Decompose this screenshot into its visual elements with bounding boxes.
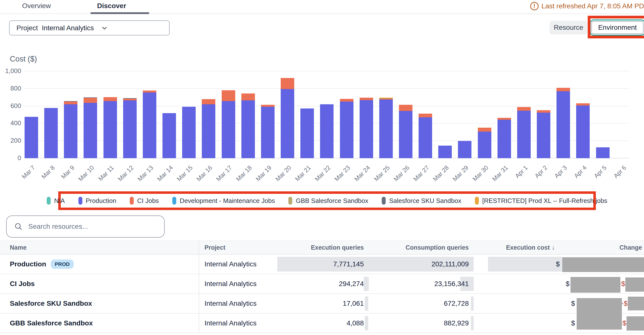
bar-mar-31[interactable] xyxy=(498,118,511,158)
x-tick-label: Mar 24 xyxy=(353,164,372,183)
bar-mar-15[interactable] xyxy=(182,107,196,158)
bar-mar-13[interactable] xyxy=(143,91,156,158)
legend-swatch xyxy=(172,197,176,205)
table-row-gbb-salesforce-sandbox[interactable]: GBB Salesforce SandboxInternal Analytics… xyxy=(0,313,644,333)
column-header-execution-queries[interactable]: Execution queries xyxy=(278,244,369,251)
legend-item-ci-jobs[interactable]: CI Jobs xyxy=(130,197,159,205)
bar-apr-1[interactable] xyxy=(517,107,531,158)
project-cell: Internal Analytics xyxy=(198,274,278,293)
bar-apr-2[interactable] xyxy=(537,110,550,158)
bar-mar-8[interactable] xyxy=(44,108,58,158)
bar-segment-production xyxy=(84,103,97,158)
bar-segment-production xyxy=(320,104,334,158)
legend-item--restricted-prod-xl-full-refresh-jobs[interactable]: [RESTRICTED] Prod XL -- Full-Refresh job… xyxy=(475,197,608,205)
bar-mar-27[interactable] xyxy=(418,114,432,158)
tab-overview[interactable]: Overview xyxy=(22,2,51,10)
table-row-ci-jobs[interactable]: CI JobsInternal Analytics294,27423,156,3… xyxy=(0,274,644,294)
table-row-production[interactable]: ProductionPRODInternal Analytics7,771,14… xyxy=(0,255,644,274)
bar-mar-22[interactable] xyxy=(320,104,334,158)
bar-mar-24[interactable] xyxy=(360,98,373,158)
legend-swatch xyxy=(475,197,479,205)
bar-mar-14[interactable] xyxy=(162,113,176,158)
bar-segment-production xyxy=(379,100,393,158)
execution-cost-cell-redacted: $ xyxy=(474,294,596,313)
bar-mar-26[interactable] xyxy=(399,105,412,158)
legend-item-production[interactable]: Production xyxy=(78,197,116,205)
consumption-queries-cell: 882,929 xyxy=(369,319,474,327)
y-tick-label: 800 xyxy=(10,85,21,92)
change-cell-redacted: +$ xyxy=(596,274,644,293)
bar-mar-19[interactable] xyxy=(261,105,274,158)
resource-name[interactable]: CI Jobs xyxy=(10,280,35,288)
bar-segment-production xyxy=(556,91,570,158)
bar-mar-30[interactable] xyxy=(478,128,491,158)
prod-badge: PROD xyxy=(51,259,74,269)
x-tick-label: Apr 3 xyxy=(553,164,568,180)
table-row-salesforce-sku-sandbox[interactable]: Salesforce SKU SandboxInternal Analytics… xyxy=(0,294,644,313)
bar-segment-production xyxy=(399,111,412,158)
y-tick-label: 600 xyxy=(10,102,21,110)
y-tick-label: 1,000 xyxy=(5,67,21,75)
search-box[interactable] xyxy=(6,215,165,238)
x-tick-label: Mar 30 xyxy=(471,164,490,183)
tab-discover[interactable]: Discover xyxy=(97,2,126,10)
bar-mar-17[interactable] xyxy=(222,90,235,158)
x-tick-label: Mar 20 xyxy=(274,164,293,183)
search-input[interactable] xyxy=(28,223,157,230)
bar-segment-production xyxy=(360,100,373,158)
resource-toggle-button[interactable]: Resource xyxy=(550,21,588,35)
bar-segment-production xyxy=(162,113,176,158)
legend-item-n-a[interactable]: N/A xyxy=(47,197,65,205)
bar-apr-5[interactable] xyxy=(596,147,610,158)
legend-label: N/A xyxy=(54,197,65,205)
bar-segment-ci-jobs xyxy=(517,107,531,111)
project-select[interactable]: Project Internal Analytics xyxy=(9,21,170,36)
bar-mar-18[interactable] xyxy=(242,94,255,158)
last-refreshed-status: ! Last refreshed Apr 7, 8:05 AM PD xyxy=(530,2,644,10)
bar-mar-16[interactable] xyxy=(202,99,215,158)
resource-name[interactable]: Salesforce SKU Sandbox xyxy=(10,299,92,307)
resource-name[interactable]: Production xyxy=(10,260,46,268)
resource-name[interactable]: GBB Salesforce Sandbox xyxy=(10,319,93,327)
bar-mar-12[interactable] xyxy=(123,98,137,158)
column-header-name[interactable]: Name xyxy=(0,241,198,254)
column-header-change[interactable]: Change xyxy=(596,244,644,251)
bar-mar-9[interactable] xyxy=(64,101,78,158)
legend-item-gbb-salesforce-sandbox[interactable]: GBB Salesforce Sandbox xyxy=(288,197,368,205)
column-header-project[interactable]: Project xyxy=(198,241,278,254)
x-tick-label: Mar 13 xyxy=(136,164,154,183)
column-header-execution-cost[interactable]: Execution cost↓ xyxy=(474,244,596,251)
bar-mar-29[interactable] xyxy=(458,141,472,158)
bar-mar-11[interactable] xyxy=(104,97,117,158)
bar-apr-4[interactable] xyxy=(576,103,590,158)
legend-swatch xyxy=(382,197,386,205)
bar-segment-ci-jobs xyxy=(498,118,511,120)
legend-item-development-maintenance-jobs[interactable]: Development - Maintenance Jobs xyxy=(172,197,275,205)
last-refreshed-text: Last refreshed Apr 7, 8:05 AM PD xyxy=(542,2,644,10)
bar-segment-production xyxy=(123,100,137,158)
bar-segment-ci-jobs xyxy=(104,97,117,101)
legend-item-salesforce-sku-sandbox[interactable]: Salesforce SKU Sandbox xyxy=(382,197,461,205)
bar-mar-20[interactable] xyxy=(281,78,294,158)
project-cell: Internal Analytics xyxy=(198,313,278,333)
execution-queries-cell: 294,274 xyxy=(278,280,369,288)
bar-segment-production xyxy=(418,117,432,158)
bar-segment-production xyxy=(498,120,511,158)
legend-label: Production xyxy=(86,197,116,205)
bar-mar-25[interactable] xyxy=(379,98,393,158)
bar-mar-28[interactable] xyxy=(438,146,452,158)
chart-bars xyxy=(24,71,629,158)
bar-segment-production xyxy=(596,147,610,158)
bar-apr-3[interactable] xyxy=(556,88,570,158)
x-tick-label: Mar 28 xyxy=(432,164,450,183)
bar-mar-10[interactable] xyxy=(84,97,97,158)
bar-segment-production xyxy=(202,104,215,158)
column-header-consumption-queries[interactable]: Consumption queries xyxy=(369,244,474,251)
bar-mar-23[interactable] xyxy=(340,99,354,158)
x-tick-label: Mar 29 xyxy=(451,164,470,183)
bar-segment-production xyxy=(438,146,452,158)
bar-mar-21[interactable] xyxy=(300,109,314,158)
environment-toggle-button[interactable]: Environment xyxy=(592,21,644,34)
project-cell: Internal Analytics xyxy=(198,294,278,313)
bar-mar-7[interactable] xyxy=(24,117,38,158)
